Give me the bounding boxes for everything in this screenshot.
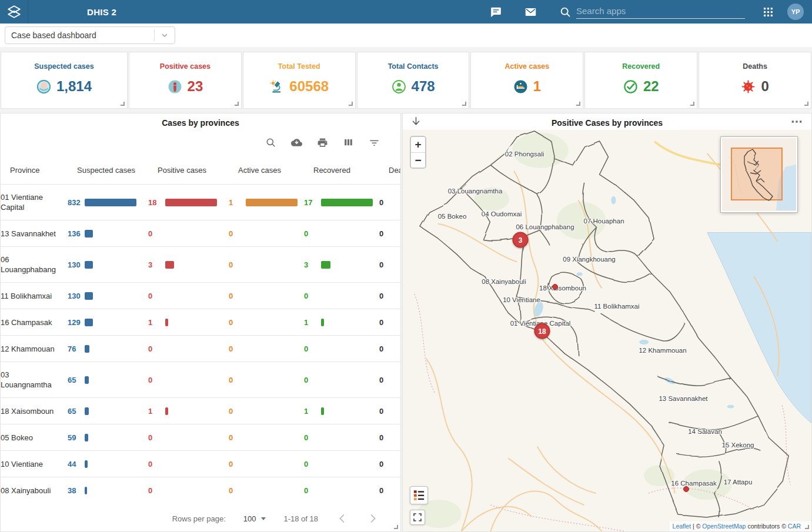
card-label: Deaths	[743, 62, 767, 71]
resize-handle[interactable]	[804, 102, 808, 106]
mail-icon[interactable]	[524, 5, 537, 18]
suspected-value: 65	[68, 407, 82, 416]
resize-handle[interactable]	[690, 102, 694, 106]
leaflet-link[interactable]: Leaflet	[673, 523, 691, 530]
more-options-icon[interactable]	[791, 117, 803, 129]
recovered-value: 3	[304, 260, 318, 269]
map-province-label: 16 Champasak	[671, 480, 716, 487]
recovered-cell: 0	[304, 376, 379, 384]
apps-grid-icon[interactable]	[761, 5, 774, 18]
download-arrow-icon[interactable]	[410, 116, 422, 128]
resize-handle[interactable]	[462, 102, 466, 106]
resize-handle[interactable]	[576, 102, 580, 106]
osm-link[interactable]: OpenStreetMap	[702, 523, 746, 530]
search-icon[interactable]	[559, 5, 572, 18]
summary-card: Active cases 1	[470, 52, 583, 109]
positive-cell: 3	[148, 260, 229, 269]
fullscreen-button[interactable]	[410, 510, 425, 525]
deaths-value: 0	[379, 407, 393, 416]
map-province-label: 11 Bolikhamxai	[594, 303, 639, 310]
search-icon[interactable]	[265, 137, 277, 149]
suspected-bar	[85, 434, 88, 441]
overview-minimap[interactable]	[721, 137, 797, 212]
previous-page-button[interactable]	[336, 512, 349, 525]
active-cell: 0	[229, 344, 304, 353]
map-panel: Positive Cases by provinces	[402, 113, 812, 532]
suspected-bar	[85, 460, 88, 468]
suspected-bar	[85, 261, 93, 269]
card-label: Total Tested	[278, 62, 320, 71]
deaths-value: 0	[379, 376, 393, 384]
province-cell: 11 Bolikhamxai	[1, 291, 68, 301]
table-row: 12 Khammouan760000	[1, 335, 400, 362]
active-value: 1	[229, 198, 243, 207]
filter-icon[interactable]	[369, 137, 380, 149]
deaths-cell: 0	[379, 318, 401, 327]
positive-cell: 0	[148, 229, 229, 238]
chevron-down-icon[interactable]	[155, 31, 175, 39]
suspected-bar	[85, 292, 93, 300]
case-cluster-marker[interactable]: 18	[534, 323, 550, 339]
dhis2-logo-icon[interactable]	[0, 0, 28, 24]
positive-bar	[165, 319, 168, 326]
map-province-label: 14 Salavan	[688, 428, 722, 435]
download-icon[interactable]	[291, 137, 303, 149]
legend-button[interactable]	[410, 486, 428, 504]
active-value: 0	[229, 344, 243, 353]
resize-handle[interactable]	[394, 525, 398, 529]
zoom-in-button[interactable]: +	[411, 137, 425, 152]
province-cell: 06 Louangphabang	[1, 255, 68, 275]
recovered-cell: 1	[304, 407, 379, 416]
pagination-range: 1-18 of 18	[283, 514, 318, 523]
contacts-icon	[392, 79, 406, 94]
suspected-value: 38	[68, 486, 82, 495]
deaths-cell: 0	[379, 260, 401, 269]
dashboard-content: Cases by provinces ProvinceSuspected cas…	[0, 113, 812, 532]
suspected-bar	[85, 230, 93, 237]
provider-link[interactable]: CAR	[788, 523, 801, 530]
map-panel-title: Positive Cases by provinces	[403, 113, 811, 130]
case-cluster-marker[interactable]: 3	[513, 232, 529, 248]
search-input[interactable]	[576, 5, 745, 19]
active-value: 0	[229, 460, 243, 469]
zoom-out-button[interactable]: −	[411, 152, 425, 168]
case-dot-marker[interactable]	[552, 284, 558, 290]
table-row: 16 Champasak1291010	[1, 309, 400, 335]
positive-bar	[165, 407, 168, 415]
print-icon[interactable]	[317, 137, 329, 149]
card-value: 0	[761, 78, 768, 95]
chat-icon[interactable]	[489, 5, 502, 18]
deaths-cell: 0	[379, 376, 401, 384]
table-row: 01 Vientiane Capital832181170	[1, 184, 400, 220]
resize-handle[interactable]	[805, 525, 809, 529]
dashboard-selector-value: Case based dashboard	[5, 31, 154, 40]
card-value: 22	[643, 78, 659, 95]
active-cell: 0	[229, 292, 304, 300]
rows-per-page-select[interactable]: 100	[243, 514, 266, 523]
topbar: DHIS 2 YP	[0, 0, 812, 24]
resize-handle[interactable]	[235, 102, 239, 106]
positive-value: 0	[148, 433, 162, 442]
card-label: Active cases	[505, 62, 550, 71]
map[interactable]: 02 Phongsali03 Louangnamtha04 Oudomxai05…	[403, 130, 811, 531]
resize-handle[interactable]	[121, 102, 125, 106]
recovered-bar	[321, 319, 324, 326]
suspected-bar	[85, 487, 87, 494]
avatar[interactable]: YP	[787, 4, 804, 20]
next-page-button[interactable]	[366, 512, 379, 525]
positive-cell: 0	[148, 292, 229, 300]
map-province-label: 08 Xainyabouli	[482, 278, 526, 285]
active-cell: 0	[229, 486, 304, 495]
suspected-bar	[85, 407, 89, 415]
recovered-cell: 0	[304, 486, 379, 495]
resize-handle[interactable]	[349, 102, 353, 106]
recovered-cell: 0	[304, 460, 379, 469]
case-dot-marker[interactable]	[683, 486, 689, 492]
columns-icon[interactable]	[343, 137, 355, 149]
dashboard-selector[interactable]: Case based dashboard	[5, 26, 175, 44]
positive-cell: 0	[148, 344, 229, 353]
map-attribution: Leaflet | © OpenStreetMap contributors ©…	[670, 521, 811, 531]
card-label: Positive cases	[160, 62, 210, 71]
map-panel-header: Positive Cases by provinces	[403, 113, 811, 130]
positive-person-icon	[168, 79, 182, 94]
